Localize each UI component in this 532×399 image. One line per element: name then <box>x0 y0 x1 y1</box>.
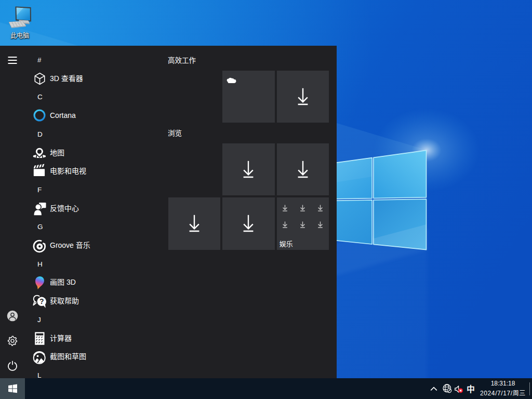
svg-text:?: ? <box>39 298 44 306</box>
